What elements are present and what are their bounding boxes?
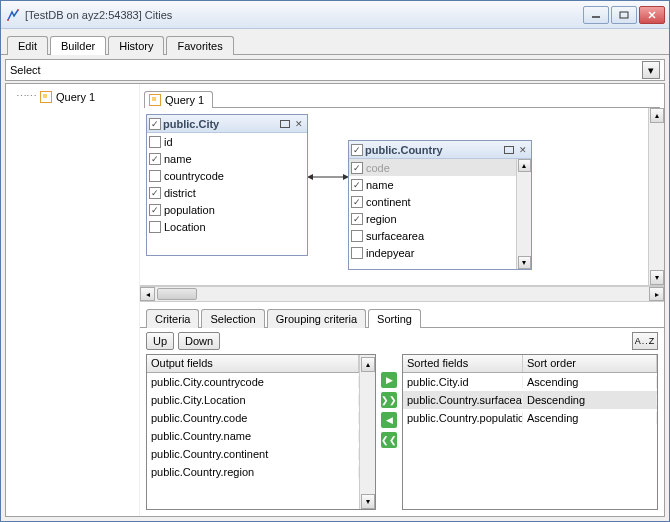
checkbox[interactable]	[351, 230, 363, 242]
sorted-fields-header: Sorted fields	[403, 355, 523, 372]
sorting-pane: Up Down A..Z Output fields ▴	[140, 328, 664, 516]
tree-item-query1[interactable]: ⋯⋯ Query 1	[6, 88, 139, 105]
list-item[interactable]: public.Country.name	[147, 427, 359, 445]
list-item[interactable]: public.Country.region	[147, 463, 359, 481]
restore-icon[interactable]	[503, 144, 515, 156]
checkbox[interactable]	[149, 136, 161, 148]
move-buttons: ▶ ❯❯ ◀ ❮❮	[380, 354, 398, 510]
tab-criteria[interactable]: Criteria	[146, 309, 199, 328]
dropdown-icon[interactable]: ▾	[642, 61, 660, 79]
list-item[interactable]: public.Country.code	[147, 409, 359, 427]
field-country-continent[interactable]: continent	[349, 193, 516, 210]
field-city-location[interactable]: Location	[147, 218, 292, 235]
move-all-right-button[interactable]: ❯❯	[381, 392, 397, 408]
list-item[interactable]: public.Country.population Ascending	[403, 409, 657, 427]
tab-sorting[interactable]: Sorting	[368, 309, 421, 328]
window-title: [TestDB on ayz2:54383] Cities	[25, 9, 583, 21]
up-button[interactable]: Up	[146, 332, 174, 350]
tab-favorites[interactable]: Favorites	[166, 36, 233, 55]
table-city[interactable]: public.City ✕ id name countrycode distri…	[146, 114, 308, 256]
scroll-down-icon[interactable]: ▾	[650, 270, 664, 285]
field-city-population[interactable]: population	[147, 201, 292, 218]
checkbox[interactable]	[149, 153, 161, 165]
main-tabs: Edit Builder History Favorites	[1, 29, 669, 55]
checkbox[interactable]	[149, 204, 161, 216]
scroll-right-icon[interactable]: ▸	[649, 287, 664, 301]
table-country-title: public.Country	[365, 144, 501, 156]
svg-point-1	[17, 9, 19, 11]
tab-selection[interactable]: Selection	[201, 309, 264, 328]
field-city-name[interactable]: name	[147, 150, 292, 167]
field-country-surfacearea[interactable]: surfacearea	[349, 227, 516, 244]
output-fields-header: Output fields	[147, 355, 359, 372]
table-country-check-all[interactable]	[351, 144, 363, 156]
diagram-canvas[interactable]: public.City ✕ id name countrycode distri…	[140, 108, 664, 286]
svg-rect-3	[620, 12, 628, 18]
scroll-thumb[interactable]	[157, 288, 197, 300]
move-right-button[interactable]: ▶	[381, 372, 397, 388]
query-icon	[40, 91, 52, 103]
move-left-button[interactable]: ◀	[381, 412, 397, 428]
tab-edit[interactable]: Edit	[7, 36, 48, 55]
query-tab-1[interactable]: Query 1	[144, 91, 213, 108]
scroll-up-icon[interactable]: ▴	[361, 357, 375, 372]
query-icon	[149, 94, 161, 106]
svg-point-0	[7, 19, 9, 21]
list-item[interactable]: public.Country.continent	[147, 445, 359, 463]
table-city-check-all[interactable]	[149, 118, 161, 130]
tab-builder[interactable]: Builder	[50, 36, 106, 55]
close-icon[interactable]: ✕	[517, 144, 529, 156]
field-country-indepyear[interactable]: indepyear	[349, 244, 516, 261]
scrollbar-vertical[interactable]: ▾	[359, 373, 375, 509]
checkbox[interactable]	[149, 187, 161, 199]
field-country-name[interactable]: name	[349, 176, 516, 193]
field-city-countrycode[interactable]: countrycode	[147, 167, 292, 184]
checkbox[interactable]	[351, 213, 363, 225]
table-city-title: public.City	[163, 118, 277, 130]
checkbox[interactable]	[351, 196, 363, 208]
list-item[interactable]: public.City.Location	[147, 391, 359, 409]
tree-item-label: Query 1	[56, 91, 95, 103]
minimize-button[interactable]	[583, 6, 609, 24]
move-all-left-button[interactable]: ❮❮	[381, 432, 397, 448]
app-icon	[5, 7, 21, 23]
az-button[interactable]: A..Z	[632, 332, 658, 350]
close-button[interactable]	[639, 6, 665, 24]
query-tree: ⋯⋯ Query 1	[6, 84, 140, 516]
query-tabs: Query 1	[140, 84, 664, 108]
checkbox[interactable]	[351, 179, 363, 191]
canvas-scrollbar-vertical[interactable]: ▴ ▾	[648, 108, 664, 285]
list-item[interactable]: public.City.countrycode	[147, 373, 359, 391]
list-item[interactable]: public.Country.surfacearea Descending	[403, 391, 657, 409]
field-city-district[interactable]: district	[147, 184, 292, 201]
scroll-up-icon[interactable]: ▴	[650, 108, 664, 123]
field-city-id[interactable]: id	[147, 133, 292, 150]
field-country-code[interactable]: code	[349, 159, 516, 176]
query-tab-label: Query 1	[165, 94, 204, 106]
tab-history[interactable]: History	[108, 36, 164, 55]
bottom-tabs: Criteria Selection Grouping criteria Sor…	[140, 302, 664, 328]
checkbox[interactable]	[351, 162, 363, 174]
table-country[interactable]: public.Country ✕ code name continent reg…	[348, 140, 532, 270]
scroll-up-icon[interactable]: ▴	[518, 159, 531, 172]
scroll-left-icon[interactable]: ◂	[140, 287, 155, 301]
statement-type-selector[interactable]: Select ▾	[5, 59, 665, 81]
field-country-region[interactable]: region	[349, 210, 516, 227]
output-fields-list[interactable]: Output fields ▴ public.City.countrycode …	[146, 354, 376, 510]
checkbox[interactable]	[149, 221, 161, 233]
builder-body: ⋯⋯ Query 1 Query 1	[5, 83, 665, 517]
sorted-fields-list[interactable]: Sorted fields Sort order public.City.id …	[402, 354, 658, 510]
right-pane: Query 1 publi	[140, 84, 664, 516]
checkbox[interactable]	[149, 170, 161, 182]
tab-grouping[interactable]: Grouping criteria	[267, 309, 366, 328]
scrollbar-vertical[interactable]: ▴ ▾	[516, 159, 531, 269]
restore-icon[interactable]	[279, 118, 291, 130]
scroll-down-icon[interactable]: ▾	[361, 494, 375, 509]
list-item[interactable]: public.City.id Ascending	[403, 373, 657, 391]
maximize-button[interactable]	[611, 6, 637, 24]
scroll-down-icon[interactable]: ▾	[518, 256, 531, 269]
checkbox[interactable]	[351, 247, 363, 259]
down-button[interactable]: Down	[178, 332, 220, 350]
close-icon[interactable]: ✕	[293, 118, 305, 130]
canvas-scrollbar-horizontal[interactable]: ◂ ▸	[140, 286, 664, 302]
